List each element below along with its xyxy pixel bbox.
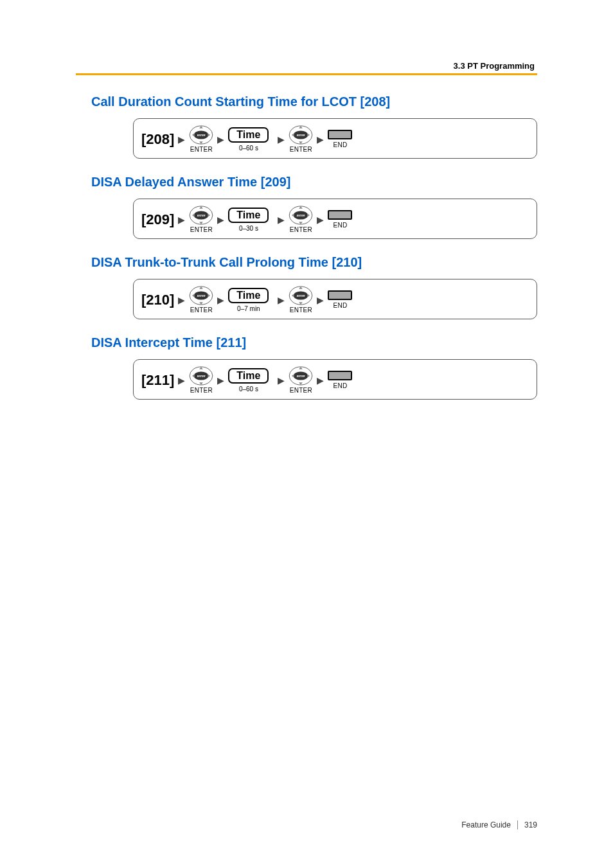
svg-marker-47 xyxy=(208,374,211,378)
page-section-header: 3.3 PT Programming xyxy=(0,61,613,73)
svg-text:ENTER: ENTER xyxy=(197,134,206,137)
navigation-key-icon: ENTER xyxy=(289,366,313,385)
end-key: END xyxy=(328,210,352,229)
svg-text:ENTER: ENTER xyxy=(197,295,206,297)
programming-flow-box: [211] ▶ ENTER ENTER ▶ Time 0–60 s ▶ ENTE… xyxy=(133,359,537,400)
arrow-icon: ▶ xyxy=(278,134,285,145)
enter-label: ENTER xyxy=(190,306,213,314)
page-content: Call Duration Count Starting Time for LC… xyxy=(0,94,613,400)
time-input: Time 0–30 s xyxy=(228,208,269,232)
svg-marker-10 xyxy=(299,141,303,144)
enter-label: ENTER xyxy=(290,306,312,314)
page-footer: Feature Guide 319 xyxy=(461,820,537,829)
end-key: END xyxy=(328,130,352,148)
svg-marker-12 xyxy=(308,133,310,137)
section-title: DISA Delayed Answer Time [209] xyxy=(91,175,537,190)
navigation-key-icon: ENTER xyxy=(289,125,313,145)
svg-marker-44 xyxy=(200,367,204,369)
svg-marker-4 xyxy=(192,133,195,137)
end-button-icon xyxy=(328,290,352,300)
svg-marker-19 xyxy=(208,213,211,217)
svg-marker-5 xyxy=(208,133,211,137)
svg-marker-11 xyxy=(292,133,294,137)
time-range: 0–30 s xyxy=(239,225,258,232)
program-code: [210] xyxy=(141,292,174,308)
time-range: 0–7 min xyxy=(237,305,260,312)
arrow-icon: ▶ xyxy=(178,375,185,385)
arrow-icon: ▶ xyxy=(317,375,324,385)
svg-marker-30 xyxy=(200,287,204,289)
svg-marker-25 xyxy=(292,213,294,217)
svg-marker-33 xyxy=(208,294,211,297)
svg-marker-32 xyxy=(192,294,195,297)
enter-key: ENTER ENTER xyxy=(289,206,313,233)
time-input: Time 0–60 s xyxy=(228,368,269,393)
section-title: DISA Trunk-to-Trunk Call Prolong Time [2… xyxy=(91,255,537,270)
end-label: END xyxy=(333,382,347,389)
svg-text:ENTER: ENTER xyxy=(297,215,305,217)
arrow-icon: ▶ xyxy=(278,215,285,225)
svg-marker-23 xyxy=(299,206,303,209)
svg-marker-40 xyxy=(308,294,310,297)
navigation-key-icon: ENTER xyxy=(189,286,213,305)
arrow-icon: ▶ xyxy=(178,215,185,225)
enter-label: ENTER xyxy=(190,226,213,233)
enter-label: ENTER xyxy=(290,146,312,153)
footer-separator xyxy=(517,820,518,829)
program-code: [209] xyxy=(141,211,174,228)
end-key: END xyxy=(328,371,352,389)
svg-marker-52 xyxy=(299,382,303,385)
program-code: [208] xyxy=(141,131,174,148)
enter-label: ENTER xyxy=(290,226,312,233)
end-label: END xyxy=(333,222,347,229)
section-211: DISA Intercept Time [211] [211] ▶ ENTER … xyxy=(91,335,537,400)
arrow-icon: ▶ xyxy=(217,375,224,385)
arrow-icon: ▶ xyxy=(217,215,224,225)
svg-marker-17 xyxy=(200,222,204,224)
enter-key: ENTER ENTER xyxy=(289,286,313,314)
end-button-icon xyxy=(328,371,352,380)
enter-key: ENTER ENTER xyxy=(189,125,213,153)
enter-key: ENTER ENTER xyxy=(189,206,213,233)
svg-marker-45 xyxy=(200,382,204,385)
time-input: Time 0–7 min xyxy=(228,288,269,312)
programming-flow-box: [208] ▶ ENTER ENTER ▶ Time 0–60 s ▶ ENTE… xyxy=(133,118,537,159)
svg-marker-39 xyxy=(292,294,294,297)
enter-key: ENTER ENTER xyxy=(289,125,313,153)
svg-marker-31 xyxy=(200,302,204,305)
svg-marker-51 xyxy=(299,367,303,369)
section-title: DISA Intercept Time [211] xyxy=(91,335,537,350)
end-button-icon xyxy=(328,130,352,139)
navigation-key-icon: ENTER xyxy=(289,206,313,225)
enter-key: ENTER ENTER xyxy=(189,366,213,394)
time-input: Time 0–60 s xyxy=(228,127,269,152)
program-code: [211] xyxy=(141,372,174,389)
arrow-icon: ▶ xyxy=(178,134,185,145)
svg-marker-3 xyxy=(200,141,204,144)
footer-guide-label: Feature Guide xyxy=(461,820,511,829)
enter-key: ENTER ENTER xyxy=(289,366,313,394)
enter-label: ENTER xyxy=(190,387,213,394)
end-button-icon xyxy=(328,210,352,220)
navigation-key-icon: ENTER xyxy=(189,206,213,225)
svg-marker-2 xyxy=(200,126,204,128)
svg-marker-16 xyxy=(200,206,204,209)
enter-key: ENTER ENTER xyxy=(189,286,213,314)
arrow-icon: ▶ xyxy=(317,134,324,145)
header-rule xyxy=(76,73,537,75)
enter-label: ENTER xyxy=(190,146,213,153)
svg-marker-24 xyxy=(299,222,303,224)
end-label: END xyxy=(333,302,347,309)
arrow-icon: ▶ xyxy=(317,215,324,225)
programming-flow-box: [209] ▶ ENTER ENTER ▶ Time 0–30 s ▶ ENTE… xyxy=(133,199,537,239)
svg-text:ENTER: ENTER xyxy=(297,375,305,378)
time-label: Time xyxy=(228,127,269,143)
programming-flow-box: [210] ▶ ENTER ENTER ▶ Time 0–7 min ▶ ENT… xyxy=(133,279,537,319)
svg-text:ENTER: ENTER xyxy=(197,215,206,217)
arrow-icon: ▶ xyxy=(217,295,224,305)
svg-marker-38 xyxy=(299,302,303,305)
end-label: END xyxy=(333,141,347,148)
arrow-icon: ▶ xyxy=(278,375,285,385)
time-label: Time xyxy=(228,208,269,223)
svg-marker-53 xyxy=(292,374,294,378)
